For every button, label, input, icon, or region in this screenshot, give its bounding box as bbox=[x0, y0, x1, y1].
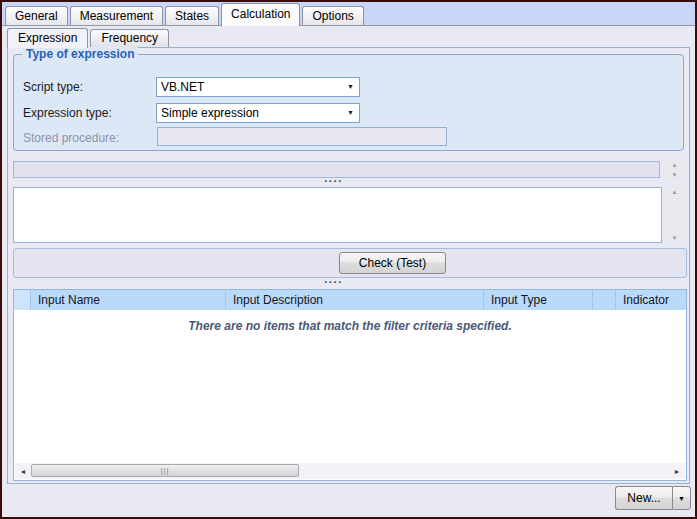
stored-procedure-label: Stored procedure: bbox=[23, 131, 119, 145]
expression-type-combobox[interactable]: Simple expression ▼ bbox=[156, 103, 360, 123]
stored-procedure-field bbox=[157, 127, 447, 146]
expression-editor[interactable] bbox=[13, 187, 662, 243]
tab-calculation[interactable]: Calculation bbox=[221, 3, 300, 26]
scroll-left-icon: ◄ bbox=[20, 468, 27, 475]
header-panel-scrollbar[interactable]: ▲ ▼ bbox=[664, 160, 685, 180]
scroll-up-icon[interactable]: ▲ bbox=[672, 189, 678, 195]
scroll-left-button[interactable]: ◄ bbox=[15, 463, 31, 479]
grid-header: Input Name Input Description Input Type … bbox=[14, 290, 686, 310]
tab-options[interactable]: Options bbox=[302, 6, 363, 25]
row-indicator-column-header[interactable] bbox=[14, 290, 31, 310]
scrollbar-track[interactable]: ||| bbox=[31, 463, 669, 479]
script-type-label: Script type: bbox=[23, 80, 83, 94]
splitter-handle[interactable]: ···· bbox=[8, 179, 659, 186]
chevron-down-icon: ▼ bbox=[678, 495, 685, 502]
inputs-grid: Input Name Input Description Input Type … bbox=[13, 289, 687, 481]
type-of-expression-group: Type of expression Script type: VB.NET ▼… bbox=[13, 54, 684, 151]
spacer-column-header[interactable] bbox=[593, 290, 616, 310]
grid-horizontal-scrollbar[interactable]: ◄ ||| ► bbox=[15, 463, 685, 479]
expression-type-value: Simple expression bbox=[161, 104, 259, 122]
column-header-input-name[interactable]: Input Name bbox=[31, 290, 226, 310]
check-panel: Check (Test) bbox=[13, 248, 687, 278]
script-type-value: VB.NET bbox=[161, 78, 204, 96]
expression-tab-page: Type of expression Script type: VB.NET ▼… bbox=[7, 47, 690, 484]
column-header-input-type[interactable]: Input Type bbox=[484, 290, 593, 310]
tab-frequency[interactable]: Frequency bbox=[90, 29, 169, 47]
chevron-down-icon[interactable]: ▼ bbox=[347, 104, 359, 122]
scroll-down-icon[interactable]: ▼ bbox=[672, 172, 678, 178]
chevron-down-icon[interactable]: ▼ bbox=[347, 78, 359, 96]
scroll-up-icon[interactable]: ▲ bbox=[672, 162, 678, 168]
new-button[interactable]: New... bbox=[615, 486, 672, 510]
tab-measurement[interactable]: Measurement bbox=[70, 6, 163, 25]
scroll-right-button[interactable]: ► bbox=[669, 463, 685, 479]
editor-scrollbar[interactable]: ▲ ▼ bbox=[664, 187, 685, 243]
new-button-dropdown[interactable]: ▼ bbox=[672, 486, 691, 510]
scrollbar-thumb[interactable]: ||| bbox=[31, 464, 299, 477]
check-test-button[interactable]: Check (Test) bbox=[339, 252, 446, 274]
main-tab-strip: General Measurement States Calculation O… bbox=[2, 2, 695, 26]
column-header-indicator[interactable]: Indicator bbox=[616, 290, 686, 310]
tab-general[interactable]: General bbox=[5, 6, 68, 25]
sub-tab-strip: Expression Frequency bbox=[7, 28, 171, 47]
tab-states[interactable]: States bbox=[165, 6, 219, 25]
tab-expression[interactable]: Expression bbox=[7, 28, 88, 48]
expression-type-label: Expression type: bbox=[23, 106, 112, 120]
splitter-handle[interactable]: ···· bbox=[8, 280, 659, 287]
new-split-button: New... ▼ bbox=[615, 486, 691, 510]
scroll-down-icon[interactable]: ▼ bbox=[672, 235, 678, 241]
calculation-dialog: General Measurement States Calculation O… bbox=[0, 0, 697, 519]
group-title: Type of expression bbox=[22, 47, 138, 61]
scroll-right-icon: ► bbox=[674, 468, 681, 475]
grid-empty-message: There are no items that match the filter… bbox=[14, 319, 686, 333]
script-type-combobox[interactable]: VB.NET ▼ bbox=[156, 77, 360, 97]
column-header-input-description[interactable]: Input Description bbox=[226, 290, 484, 310]
